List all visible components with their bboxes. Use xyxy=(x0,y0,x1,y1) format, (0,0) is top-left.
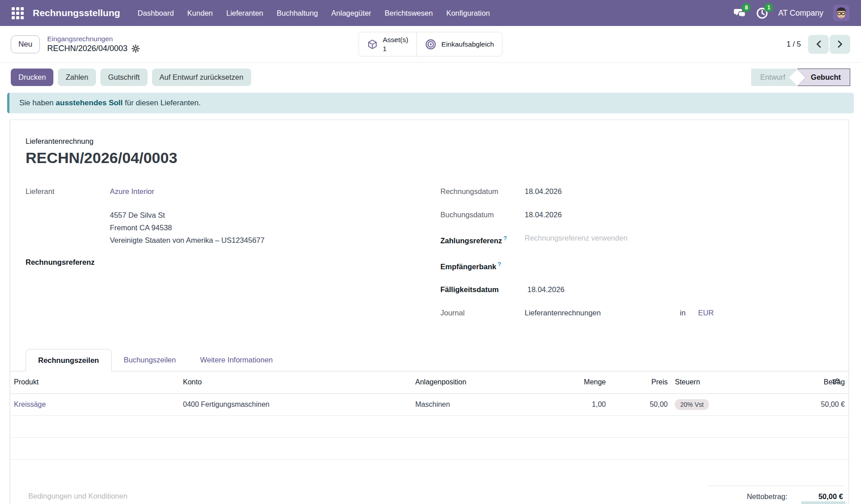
tab-weitere-informationen[interactable]: Weitere Informationen xyxy=(188,349,285,371)
app-brand[interactable]: Rechnungsstellung xyxy=(33,8,120,18)
cell-menge: 1,00 xyxy=(548,393,609,415)
menu-konfiguration[interactable]: Konfiguration xyxy=(440,5,496,22)
buchungsdatum-value: 18.04.2026 xyxy=(525,209,562,221)
address-line-1: 4557 De Silva St xyxy=(110,209,440,221)
alert-text-prefix: Sie haben xyxy=(19,99,56,107)
column-anlagenposition[interactable]: Anlagenposition xyxy=(412,371,548,393)
assets-smart-button[interactable]: Asset(s) 1 xyxy=(358,32,417,56)
assets-count: 1 xyxy=(383,44,387,53)
address-line-2: Fremont CA 94538 xyxy=(110,221,440,234)
zahlungsreferenz-input[interactable]: Rechnungsreferenz verwenden xyxy=(525,232,627,247)
partner-address: 4557 De Silva St Fremont CA 94538 Verein… xyxy=(110,209,440,246)
column-betrag[interactable]: Betrag xyxy=(755,371,848,393)
tax-badge: 20% Vst xyxy=(675,399,709,410)
optional-columns-icon[interactable] xyxy=(832,377,840,388)
menu-anlagegueter[interactable]: Anlagegüter xyxy=(326,5,377,22)
breadcrumb-current: RECHN/2026/04/0003 xyxy=(47,43,127,54)
tab-rechnungszeilen[interactable]: Rechnungszeilen xyxy=(26,349,112,371)
column-preis[interactable]: Preis xyxy=(609,371,671,393)
odoo-vendor-bill-page: Rechnungsstellung Dashboard Kunden Liefe… xyxy=(0,0,861,504)
column-produkt[interactable]: Produkt xyxy=(10,371,179,393)
rechnungsreferenz-label: Rechnungsreferenz xyxy=(26,258,440,267)
activities-icon[interactable]: 1 xyxy=(756,7,768,19)
rechnungsdatum-value: 18.04.2026 xyxy=(525,185,562,198)
invoice-line-row[interactable]: Kreissäge 0400 Fertigungsmaschinen Masch… xyxy=(10,393,848,415)
new-button[interactable]: Neu xyxy=(11,35,40,53)
lieferant-value-link[interactable]: Azure Interior xyxy=(110,185,154,198)
document-name: RECHN/2026/04/0003 xyxy=(26,149,833,167)
avatar-face-icon xyxy=(833,5,849,21)
buchungsdatum-label: Buchungsdatum xyxy=(440,209,525,221)
cube-icon xyxy=(367,39,378,50)
table-header-row: Produkt Konto Anlagenposition Menge Prei… xyxy=(10,371,848,393)
systray: 8 1 AT Company xyxy=(733,5,849,21)
messages-badge: 8 xyxy=(742,3,751,12)
menu-kunden[interactable]: Kunden xyxy=(182,5,219,22)
journal-value: Lieferantenrechnungen xyxy=(525,307,680,319)
cell-betrag: 50,00 € xyxy=(755,393,848,415)
cell-anlagenposition: Maschinen xyxy=(412,393,548,415)
help-icon: ? xyxy=(504,235,507,241)
document-type-label: Lieferantenrechnung xyxy=(26,137,833,146)
menu-lieferanten[interactable]: Lieferanten xyxy=(220,5,269,22)
activities-badge: 1 xyxy=(764,3,773,12)
breadcrumb: Eingangsrechnungen RECHN/2026/04/0003 xyxy=(47,34,140,54)
alert-text-suffix: für diesen Lieferanten. xyxy=(123,99,201,107)
tab-buchungszeilen[interactable]: Buchungszeilen xyxy=(112,349,188,371)
currency-link[interactable]: EUR xyxy=(698,307,714,319)
zahlungsreferenz-label: Zahlungsreferenz? xyxy=(440,232,525,247)
bullseye-icon xyxy=(425,39,436,50)
breadcrumb-parent[interactable]: Eingangsrechnungen xyxy=(47,34,140,43)
total-highlight-cutoff xyxy=(801,501,845,504)
menu-berichtswesen[interactable]: Berichtswesen xyxy=(379,5,439,22)
chevron-right-icon xyxy=(837,40,844,48)
pay-button[interactable]: Zahlen xyxy=(58,69,96,86)
pager: 1 / 5 xyxy=(787,35,850,54)
invoice-lines-table: Produkt Konto Anlagenposition Menge Prei… xyxy=(10,371,848,460)
messages-icon[interactable]: 8 xyxy=(733,7,746,19)
purchase-matching-button[interactable]: Einkaufsabgleich xyxy=(416,32,502,56)
outstanding-debit-alert: Sie haben ausstehendes Soll für diesen L… xyxy=(7,93,854,113)
faelligkeitsdatum-label: Fälligkeitsdatum xyxy=(440,284,525,296)
outstanding-debit-link[interactable]: ausstehendes Soll xyxy=(56,99,122,107)
invoice-sheet: Lieferantenrechnung RECHN/2026/04/0003 L… xyxy=(10,120,849,504)
empfaengerbank-label: Empfängerbank? xyxy=(440,258,525,273)
help-icon: ? xyxy=(498,261,501,267)
menu-buchhaltung[interactable]: Buchhaltung xyxy=(271,5,324,22)
reset-to-draft-button[interactable]: Auf Entwurf zurücksetzen xyxy=(152,69,251,86)
rechnungsdatum-label: Rechnungsdatum xyxy=(440,185,525,198)
cell-produkt[interactable]: Kreissäge xyxy=(10,393,179,415)
lieferant-label: Lieferant xyxy=(26,185,110,198)
credit-note-button[interactable]: Gutschrift xyxy=(100,69,148,86)
column-konto[interactable]: Konto xyxy=(179,371,412,393)
apps-grid-icon[interactable] xyxy=(12,7,24,19)
menu-dashboard[interactable]: Dashboard xyxy=(132,5,180,22)
actions-gear-icon[interactable] xyxy=(131,44,140,53)
print-button[interactable]: Drucken xyxy=(11,69,53,86)
faelligkeitsdatum-value: 18.04.2026 xyxy=(527,284,565,296)
action-bar: Drucken Zahlen Gutschrift Auf Entwurf zu… xyxy=(0,63,861,91)
company-switcher[interactable]: AT Company xyxy=(778,9,823,18)
journal-connector: in xyxy=(680,307,686,319)
chevron-left-icon xyxy=(815,40,822,48)
user-avatar[interactable] xyxy=(833,5,849,21)
terms-placeholder[interactable]: Bedingungen und Konditionen xyxy=(28,486,127,500)
column-menge[interactable]: Menge xyxy=(548,371,609,393)
stage-entwurf[interactable]: Entwurf xyxy=(751,69,798,86)
pager-next-button[interactable] xyxy=(830,35,850,54)
cell-steuern: 20% Vst xyxy=(671,393,755,415)
cell-preis: 50,00 xyxy=(609,393,671,415)
pager-counter: 1 / 5 xyxy=(787,40,801,48)
form-fields: Lieferant Azure Interior 4557 De Silva S… xyxy=(10,185,848,330)
top-navbar: Rechnungsstellung Dashboard Kunden Liefe… xyxy=(0,0,861,26)
statusbar: Entwurf Gebucht xyxy=(751,69,850,86)
column-steuern[interactable]: Steuern xyxy=(671,371,755,393)
control-panel: Neu Eingangsrechnungen RECHN/2026/04/000… xyxy=(0,26,861,63)
empty-line-row xyxy=(10,415,848,437)
assets-label: Asset(s) xyxy=(383,35,408,44)
purchase-matching-label: Einkaufsabgleich xyxy=(441,40,494,48)
main-menu: Dashboard Kunden Lieferanten Buchhaltung… xyxy=(132,5,496,22)
smart-buttons: Asset(s) 1 Einkaufsabgleich xyxy=(358,32,502,56)
pager-previous-button[interactable] xyxy=(808,35,829,54)
address-line-3: Vereinigte Staaten von Amerika – US12345… xyxy=(110,234,440,246)
